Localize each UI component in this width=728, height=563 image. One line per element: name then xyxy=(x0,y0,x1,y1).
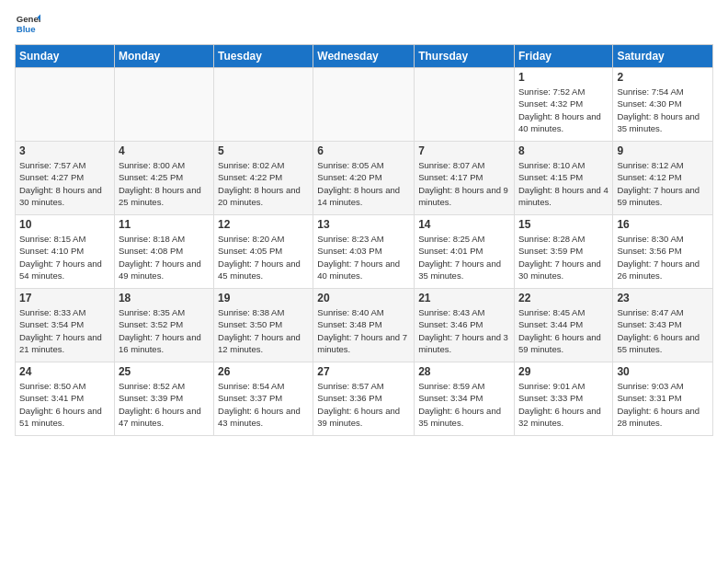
weekday-header-sunday: Sunday xyxy=(16,45,115,68)
day-info: Sunrise: 8:54 AM Sunset: 3:37 PM Dayligh… xyxy=(218,380,309,429)
calendar-cell: 15Sunrise: 8:28 AM Sunset: 3:59 PM Dayli… xyxy=(514,215,612,289)
day-info: Sunrise: 8:05 AM Sunset: 4:20 PM Dayligh… xyxy=(317,159,410,208)
calendar-cell: 22Sunrise: 8:45 AM Sunset: 3:44 PM Dayli… xyxy=(514,289,612,362)
calendar-table: SundayMondayTuesdayWednesdayThursdayFrid… xyxy=(15,44,713,436)
weekday-header-row: SundayMondayTuesdayWednesdayThursdayFrid… xyxy=(16,45,713,68)
calendar-cell: 30Sunrise: 9:03 AM Sunset: 3:31 PM Dayli… xyxy=(613,362,713,436)
day-number: 24 xyxy=(19,365,110,378)
day-info: Sunrise: 8:15 AM Sunset: 4:10 PM Dayligh… xyxy=(19,233,110,282)
calendar-week-1: 1Sunrise: 7:52 AM Sunset: 4:32 PM Daylig… xyxy=(16,68,713,142)
day-number: 3 xyxy=(19,144,110,157)
day-info: Sunrise: 7:54 AM Sunset: 4:30 PM Dayligh… xyxy=(617,86,709,134)
day-info: Sunrise: 8:40 AM Sunset: 3:48 PM Dayligh… xyxy=(317,306,410,355)
day-number: 17 xyxy=(19,292,110,304)
calendar-cell: 16Sunrise: 8:30 AM Sunset: 3:56 PM Dayli… xyxy=(613,215,713,289)
svg-text:General: General xyxy=(17,14,40,24)
logo-icon: General Blue xyxy=(15,11,40,37)
logo: General Blue xyxy=(15,11,44,37)
weekday-header-monday: Monday xyxy=(114,45,213,68)
calendar-cell: 17Sunrise: 8:33 AM Sunset: 3:54 PM Dayli… xyxy=(16,289,115,362)
weekday-header-saturday: Saturday xyxy=(613,45,713,68)
calendar-cell: 8Sunrise: 8:10 AM Sunset: 4:15 PM Daylig… xyxy=(514,142,612,215)
day-info: Sunrise: 8:07 AM Sunset: 4:17 PM Dayligh… xyxy=(418,159,510,208)
day-info: Sunrise: 8:38 AM Sunset: 3:50 PM Dayligh… xyxy=(218,306,309,355)
day-info: Sunrise: 8:23 AM Sunset: 4:03 PM Dayligh… xyxy=(317,233,410,282)
calendar-cell: 25Sunrise: 8:52 AM Sunset: 3:39 PM Dayli… xyxy=(114,362,213,436)
calendar-cell: 5Sunrise: 8:02 AM Sunset: 4:22 PM Daylig… xyxy=(214,142,313,215)
day-number: 9 xyxy=(617,144,709,157)
calendar-week-5: 24Sunrise: 8:50 AM Sunset: 3:41 PM Dayli… xyxy=(16,362,713,436)
calendar-cell: 12Sunrise: 8:20 AM Sunset: 4:05 PM Dayli… xyxy=(214,215,313,289)
day-info: Sunrise: 8:20 AM Sunset: 4:05 PM Dayligh… xyxy=(218,233,309,282)
day-number: 27 xyxy=(317,365,410,378)
weekday-header-friday: Friday xyxy=(514,45,612,68)
day-number: 11 xyxy=(119,218,210,231)
calendar-cell: 29Sunrise: 9:01 AM Sunset: 3:33 PM Dayli… xyxy=(514,362,612,436)
weekday-header-thursday: Thursday xyxy=(415,45,515,68)
calendar-cell: 21Sunrise: 8:43 AM Sunset: 3:46 PM Dayli… xyxy=(415,289,515,362)
day-number: 23 xyxy=(617,292,709,304)
calendar-cell xyxy=(214,68,313,142)
day-info: Sunrise: 8:00 AM Sunset: 4:25 PM Dayligh… xyxy=(119,159,210,208)
day-info: Sunrise: 7:52 AM Sunset: 4:32 PM Dayligh… xyxy=(518,86,609,134)
day-info: Sunrise: 8:25 AM Sunset: 4:01 PM Dayligh… xyxy=(418,233,510,282)
day-number: 29 xyxy=(518,365,609,378)
day-number: 6 xyxy=(317,144,410,157)
day-number: 16 xyxy=(617,218,709,231)
day-info: Sunrise: 8:57 AM Sunset: 3:36 PM Dayligh… xyxy=(317,380,410,429)
calendar-cell: 10Sunrise: 8:15 AM Sunset: 4:10 PM Dayli… xyxy=(16,215,115,289)
calendar-cell: 14Sunrise: 8:25 AM Sunset: 4:01 PM Dayli… xyxy=(415,215,515,289)
calendar-cell: 28Sunrise: 8:59 AM Sunset: 3:34 PM Dayli… xyxy=(415,362,515,436)
day-number: 19 xyxy=(218,292,309,304)
day-number: 15 xyxy=(518,218,609,231)
day-info: Sunrise: 8:52 AM Sunset: 3:39 PM Dayligh… xyxy=(119,380,210,429)
day-info: Sunrise: 9:01 AM Sunset: 3:33 PM Dayligh… xyxy=(518,380,609,429)
svg-text:Blue: Blue xyxy=(17,24,36,34)
day-number: 4 xyxy=(119,144,210,157)
day-info: Sunrise: 8:59 AM Sunset: 3:34 PM Dayligh… xyxy=(418,380,510,429)
calendar-cell: 13Sunrise: 8:23 AM Sunset: 4:03 PM Dayli… xyxy=(313,215,415,289)
day-info: Sunrise: 8:47 AM Sunset: 3:43 PM Dayligh… xyxy=(617,306,709,355)
day-number: 14 xyxy=(418,218,510,231)
calendar-cell: 4Sunrise: 8:00 AM Sunset: 4:25 PM Daylig… xyxy=(114,142,213,215)
day-number: 18 xyxy=(119,292,210,304)
day-info: Sunrise: 8:10 AM Sunset: 4:15 PM Dayligh… xyxy=(518,159,609,208)
day-number: 21 xyxy=(418,292,510,304)
calendar-cell: 24Sunrise: 8:50 AM Sunset: 3:41 PM Dayli… xyxy=(16,362,115,436)
day-info: Sunrise: 7:57 AM Sunset: 4:27 PM Dayligh… xyxy=(19,159,110,208)
day-info: Sunrise: 8:33 AM Sunset: 3:54 PM Dayligh… xyxy=(19,306,110,355)
calendar-cell: 2Sunrise: 7:54 AM Sunset: 4:30 PM Daylig… xyxy=(613,68,713,142)
day-info: Sunrise: 8:50 AM Sunset: 3:41 PM Dayligh… xyxy=(19,380,110,429)
calendar-cell xyxy=(16,68,115,142)
calendar-cell: 27Sunrise: 8:57 AM Sunset: 3:36 PM Dayli… xyxy=(313,362,415,436)
day-number: 7 xyxy=(418,144,510,157)
calendar-cell: 1Sunrise: 7:52 AM Sunset: 4:32 PM Daylig… xyxy=(514,68,612,142)
day-number: 2 xyxy=(617,71,709,84)
day-info: Sunrise: 8:12 AM Sunset: 4:12 PM Dayligh… xyxy=(617,159,709,208)
calendar-cell: 6Sunrise: 8:05 AM Sunset: 4:20 PM Daylig… xyxy=(313,142,415,215)
day-number: 25 xyxy=(119,365,210,378)
day-number: 1 xyxy=(518,71,609,84)
weekday-header-wednesday: Wednesday xyxy=(313,45,415,68)
calendar-cell: 20Sunrise: 8:40 AM Sunset: 3:48 PM Dayli… xyxy=(313,289,415,362)
calendar-week-4: 17Sunrise: 8:33 AM Sunset: 3:54 PM Dayli… xyxy=(16,289,713,362)
day-info: Sunrise: 8:35 AM Sunset: 3:52 PM Dayligh… xyxy=(119,306,210,355)
day-info: Sunrise: 8:18 AM Sunset: 4:08 PM Dayligh… xyxy=(119,233,210,282)
day-number: 13 xyxy=(317,218,410,231)
calendar-week-3: 10Sunrise: 8:15 AM Sunset: 4:10 PM Dayli… xyxy=(16,215,713,289)
day-number: 22 xyxy=(518,292,609,304)
day-info: Sunrise: 8:30 AM Sunset: 3:56 PM Dayligh… xyxy=(617,233,709,282)
day-number: 20 xyxy=(317,292,410,304)
day-info: Sunrise: 8:28 AM Sunset: 3:59 PM Dayligh… xyxy=(518,233,609,282)
day-info: Sunrise: 8:02 AM Sunset: 4:22 PM Dayligh… xyxy=(218,159,309,208)
day-info: Sunrise: 8:45 AM Sunset: 3:44 PM Dayligh… xyxy=(518,306,609,355)
day-number: 5 xyxy=(218,144,309,157)
calendar-cell xyxy=(415,68,515,142)
calendar-cell xyxy=(114,68,213,142)
day-number: 26 xyxy=(218,365,309,378)
calendar-cell xyxy=(313,68,415,142)
calendar-cell: 18Sunrise: 8:35 AM Sunset: 3:52 PM Dayli… xyxy=(114,289,213,362)
calendar-cell: 26Sunrise: 8:54 AM Sunset: 3:37 PM Dayli… xyxy=(214,362,313,436)
day-number: 12 xyxy=(218,218,309,231)
day-number: 8 xyxy=(518,144,609,157)
